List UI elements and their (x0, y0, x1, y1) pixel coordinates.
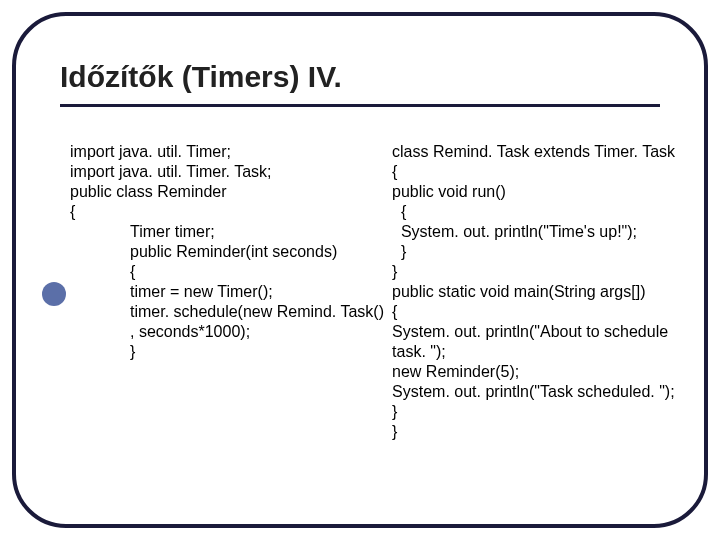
bullet-accent-icon (42, 282, 66, 306)
code-line: { (70, 203, 75, 220)
code-line: task. "); (392, 343, 446, 360)
code-line: class Remind. Task extends Timer. Task (392, 143, 675, 160)
code-line: System. out. println("Task scheduled. ")… (392, 383, 675, 400)
code-line: public class Reminder (70, 183, 227, 200)
code-line: timer. schedule(new Remind. Task() (70, 302, 384, 322)
code-line: } (392, 403, 397, 420)
code-line: { (70, 262, 384, 282)
code-line: Timer timer; (70, 222, 384, 242)
code-left-column: import java. util. Timer; import java. u… (70, 122, 384, 494)
code-line: } (70, 342, 384, 362)
code-line: , seconds*1000); (70, 322, 384, 342)
code-line: { (392, 203, 406, 220)
code-line: { (392, 303, 397, 320)
title-underline (60, 104, 660, 107)
code-line: import java. util. Timer; (70, 143, 231, 160)
slide-title: Időzítők (Timers) IV. (60, 60, 342, 94)
code-line: new Reminder(5); (392, 363, 519, 380)
slide: Időzítők (Timers) IV. import java. util.… (0, 0, 720, 540)
code-line: } (392, 423, 397, 440)
code-line: System. out. println("Time's up!"); (392, 223, 637, 240)
code-line: } (392, 243, 406, 260)
code-line: public static void main(String args[]) (392, 283, 645, 300)
code-line: import java. util. Timer. Task; (70, 163, 272, 180)
code-line: public void run() (392, 183, 506, 200)
code-line: { (392, 163, 397, 180)
code-right-column: class Remind. Task extends Timer. Task {… (392, 122, 675, 494)
code-line: public Reminder(int seconds) (70, 242, 384, 262)
code-line: } (392, 263, 397, 280)
code-line: timer = new Timer(); (70, 282, 384, 302)
content-columns: import java. util. Timer; import java. u… (70, 122, 674, 494)
code-line: System. out. println("About to schedule (392, 323, 668, 340)
